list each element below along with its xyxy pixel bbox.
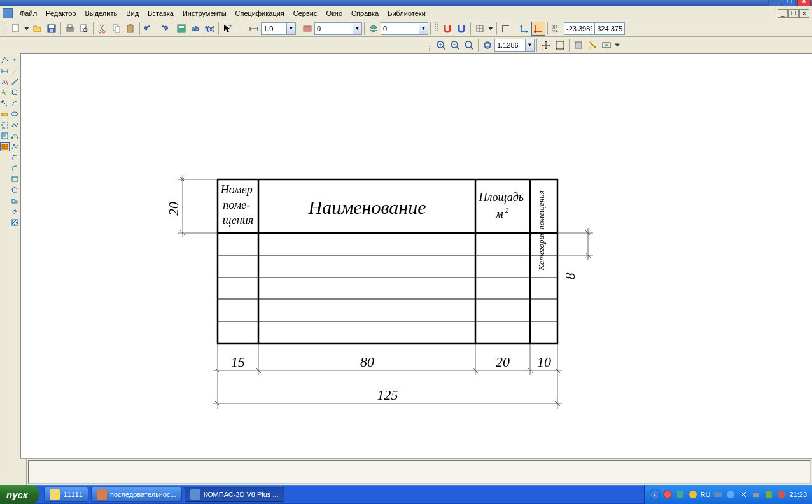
maximize-button[interactable]: □	[783, 0, 796, 6]
spec-mode-button[interactable]	[0, 131, 10, 141]
line-button[interactable]	[10, 77, 20, 87]
tray-icon[interactable]	[713, 489, 723, 500]
zoom-input[interactable]	[494, 39, 525, 52]
menu-view[interactable]: Вид	[122, 8, 143, 18]
menu-tools[interactable]: Инструменты	[178, 8, 231, 18]
select-mode-button[interactable]	[0, 120, 10, 130]
layer-dropdown[interactable]: ▼	[419, 22, 428, 35]
zoom-out-button[interactable]	[448, 38, 462, 52]
params-mode-button[interactable]	[0, 99, 10, 108]
line-aux-button[interactable]	[10, 66, 20, 76]
menu-editor[interactable]: Редактор	[41, 8, 80, 18]
contour-button[interactable]	[10, 196, 20, 206]
zoom-dropdown[interactable]: ▼	[525, 39, 535, 52]
copy-button[interactable]	[109, 22, 123, 36]
snap-magnet-blue-button[interactable]	[454, 22, 468, 36]
panel-grip[interactable]	[20, 459, 27, 485]
zoom-in-button[interactable]	[434, 38, 448, 52]
step-input[interactable]	[261, 22, 286, 35]
tray-icon[interactable]	[725, 489, 736, 500]
geometry-mode-button[interactable]	[0, 55, 10, 65]
tray-icon[interactable]	[675, 489, 685, 500]
local-cs-button[interactable]	[517, 22, 531, 36]
menu-libs[interactable]: Библиотеки	[383, 8, 430, 18]
menu-window[interactable]: Окно	[321, 8, 347, 18]
menu-help[interactable]: Справка	[347, 8, 383, 18]
toolbar-grip[interactable]	[3, 22, 7, 36]
hatch-button[interactable]	[10, 218, 20, 227]
circle-button[interactable]	[10, 88, 20, 97]
edit-mode-button[interactable]	[0, 88, 10, 97]
snap-magnet-red-button[interactable]	[440, 22, 454, 36]
new-dropdown[interactable]	[23, 22, 31, 36]
toolbar-grip[interactable]	[241, 22, 245, 36]
rect-button[interactable]	[10, 174, 20, 184]
language-indicator[interactable]: RU	[701, 491, 711, 498]
tray-icon[interactable]	[764, 489, 774, 500]
measure-mode-button[interactable]	[0, 109, 10, 119]
style-input[interactable]	[314, 22, 353, 35]
zoom-fit-button[interactable]	[480, 38, 494, 52]
canvas[interactable]: Номер поме- щения Наименование Площадь м…	[20, 53, 812, 473]
tray-icon[interactable]	[751, 489, 761, 500]
menu-insert[interactable]: Вставка	[143, 8, 178, 18]
rebuild-button[interactable]	[571, 38, 585, 52]
cut-button[interactable]	[95, 22, 109, 36]
variables-button[interactable]: ab	[188, 22, 202, 36]
text-mode-button[interactable]: A	[0, 77, 10, 87]
local-cs-active-button[interactable]	[531, 22, 545, 36]
tray-expand-button[interactable]: ‹	[650, 489, 660, 500]
ortho-button[interactable]	[499, 22, 513, 36]
grid-button[interactable]	[473, 22, 487, 36]
zoom-window-button[interactable]	[462, 38, 476, 52]
show-dropdown[interactable]	[613, 38, 621, 52]
undo-button[interactable]	[142, 22, 156, 36]
polyline-button[interactable]	[10, 142, 20, 151]
ellipse-button[interactable]	[10, 109, 20, 119]
print-button[interactable]	[63, 22, 77, 36]
taskbar-item-2[interactable]: последовательнос...	[91, 487, 182, 502]
table-mode-button[interactable]	[0, 142, 10, 151]
bezier-button[interactable]	[10, 131, 20, 141]
arc-button[interactable]	[10, 99, 20, 108]
tray-icon[interactable]	[738, 489, 748, 500]
property-panel[interactable]	[28, 460, 811, 484]
menu-file[interactable]: Файл	[15, 8, 41, 18]
toolbar-grip[interactable]	[435, 22, 438, 36]
grid-dropdown[interactable]	[487, 22, 494, 36]
menu-spec[interactable]: Спецификация	[231, 8, 289, 18]
fillet-button[interactable]	[10, 153, 20, 162]
tray-icon[interactable]	[776, 489, 787, 500]
tray-icon[interactable]	[662, 489, 673, 500]
point-button[interactable]	[10, 55, 20, 65]
paste-button[interactable]	[123, 22, 137, 36]
style-button[interactable]	[300, 22, 314, 36]
save-button[interactable]	[45, 22, 59, 36]
taskbar-item-1[interactable]: 11111	[44, 487, 88, 502]
fx-button[interactable]: f(x)	[202, 22, 216, 36]
new-button[interactable]	[9, 22, 23, 36]
taskbar-item-3[interactable]: КОМПАС-3D V8 Plus ...	[185, 487, 284, 502]
toolbar-grip[interactable]	[428, 38, 432, 52]
open-button[interactable]	[31, 22, 45, 36]
dimension-mode-button[interactable]	[0, 66, 10, 76]
menu-select[interactable]: Выделить	[80, 8, 122, 18]
close-button[interactable]: ×	[797, 0, 811, 6]
help-cursor-button[interactable]: ?	[221, 22, 235, 36]
redo-button[interactable]	[156, 22, 170, 36]
pan-button[interactable]	[539, 38, 553, 52]
coord-y-input[interactable]	[594, 22, 625, 35]
doc-minimize-button[interactable]: _	[778, 9, 788, 18]
equidistant-button[interactable]	[10, 207, 20, 216]
tray-icon[interactable]	[688, 489, 698, 500]
coord-label-button[interactable]: X+Y+	[550, 22, 564, 36]
layer-button[interactable]	[367, 22, 381, 36]
zoom-all-button[interactable]	[553, 38, 567, 52]
properties-button[interactable]	[174, 22, 188, 36]
layer-input[interactable]	[381, 22, 419, 35]
style-dropdown[interactable]: ▼	[353, 22, 362, 35]
show-all-button[interactable]	[599, 38, 613, 52]
spline-button[interactable]	[10, 120, 20, 130]
polygon-button[interactable]	[10, 185, 20, 195]
menu-service[interactable]: Сервис	[289, 8, 322, 18]
